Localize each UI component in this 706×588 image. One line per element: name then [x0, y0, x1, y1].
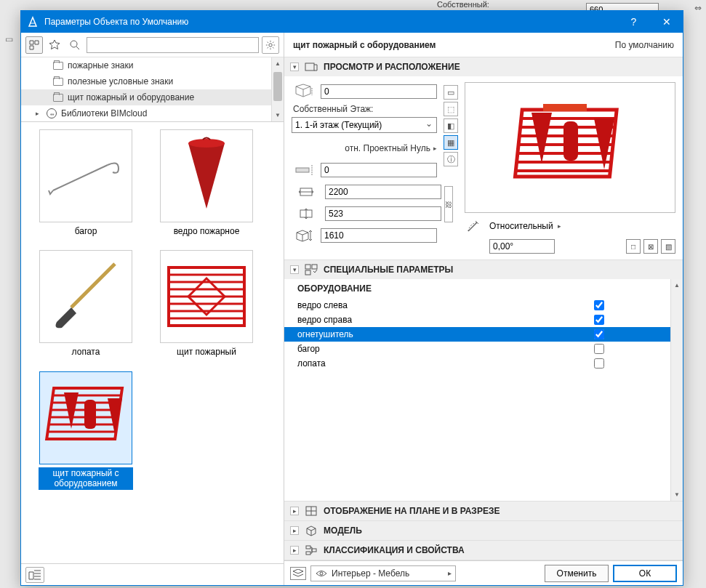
section-header-model[interactable]: ▸ МОДЕЛЬ	[284, 521, 683, 540]
gallery-item-selected[interactable]: щит пожарный с оборудованием	[39, 371, 133, 490]
section-header-preview[interactable]: ▾ ПРОСМОТР И РАСПОЛОЖЕНИЕ	[284, 57, 683, 76]
help-button[interactable]: ?	[617, 11, 650, 33]
tree-label: полезные условные знаки	[68, 76, 173, 86]
tree-scrollbar[interactable]: ▲ ▼	[271, 57, 284, 121]
gallery-label: лопата	[70, 346, 103, 358]
gallery-item[interactable]: ведро пожарное	[159, 129, 254, 237]
mirror-xy-button[interactable]: ▧	[661, 239, 675, 254]
scroll-down-icon[interactable]: ▼	[272, 109, 284, 121]
ok-button[interactable]: ОК	[613, 565, 677, 582]
dialog-title: Параметры Объекта по Умолчанию	[44, 17, 617, 27]
right-footer: Интерьер - Мебель Отменить ОК	[284, 560, 683, 585]
object-gallery: багор ведро пожарное лопата	[21, 122, 284, 563]
section-title: МОДЕЛЬ	[324, 525, 362, 536]
cancel-button[interactable]: Отменить	[545, 565, 609, 582]
svg-rect-39	[312, 549, 316, 552]
bg-corner-icon[interactable]: ⇔	[691, 1, 705, 15]
right-pane: щит пожарный с оборудованием По умолчани…	[284, 33, 683, 585]
equip-checkbox[interactable]	[594, 315, 604, 325]
search-input[interactable]	[87, 37, 259, 53]
search-button[interactable]	[66, 36, 84, 54]
section-title: ПРОСМОТР И РАСПОЛОЖЕНИЕ	[324, 62, 460, 72]
equip-table: ведро слева ведро справа огнетушитель	[284, 298, 683, 371]
equip-checkbox[interactable]	[594, 329, 604, 339]
equip-checkbox[interactable]	[594, 358, 604, 368]
browse-mode-button[interactable]	[25, 36, 43, 54]
left-pane: пожарные знаки полезные условные знаки щ…	[21, 33, 284, 585]
z-input[interactable]	[321, 84, 437, 99]
section-title: КЛАССИФИКАЦИЯ И СВОЙСТВА	[324, 545, 465, 555]
depth-input[interactable]	[325, 206, 441, 221]
library-tree: пожарные знаки полезные условные знаки щ…	[21, 57, 284, 122]
story-select[interactable]: 1. 1-й этаж (Текущий)	[292, 117, 437, 133]
library-manager-button[interactable]	[25, 567, 44, 583]
svg-rect-37	[306, 546, 310, 549]
equip-checkbox[interactable]	[594, 300, 604, 310]
svg-rect-18	[84, 400, 96, 429]
view-mode-top[interactable]: ▭	[444, 85, 458, 100]
tree-root[interactable]: ▸ ⏛ Библиотеки BIMcloud	[21, 105, 284, 121]
scroll-up-icon[interactable]: ▲	[671, 279, 683, 291]
equip-row-selected[interactable]: огнетушитель	[284, 327, 683, 342]
equip-row[interactable]: лопата	[284, 356, 683, 371]
view-mode-info[interactable]: ⓘ	[444, 152, 458, 166]
svg-point-1	[269, 43, 272, 46]
default-label: По умолчанию	[615, 40, 674, 50]
section-header-special[interactable]: ▾ СПЕЦИАЛЬНЫЕ ПАРАМЕТРЫ	[284, 260, 683, 279]
equip-row[interactable]: ведро справа	[284, 313, 683, 327]
preview-viewport[interactable]	[465, 82, 675, 213]
tree-item-selected[interactable]: щит пожарный и оборудование	[21, 89, 284, 105]
scroll-up-icon[interactable]: ▲	[272, 57, 284, 70]
angle-input[interactable]	[489, 239, 555, 254]
library-icon: ⏛	[47, 108, 57, 118]
settings-gear-button[interactable]	[262, 36, 279, 54]
view-mode-rendered[interactable]: ▦	[444, 135, 458, 150]
plan-section-icon	[305, 505, 318, 517]
tree-item[interactable]: пожарные знаки	[21, 57, 284, 73]
width-input[interactable]	[325, 185, 441, 199]
scroll-down-icon[interactable]: ▼	[671, 488, 683, 501]
layer-name: Интерьер - Мебель	[332, 568, 409, 579]
view-mode-front[interactable]: ⬚	[444, 102, 458, 116]
height-input[interactable]	[321, 228, 437, 243]
folder-icon	[53, 78, 63, 86]
section-plan: ▸ ОТОБРАЖЕНИЕ НА ПЛАНЕ И В РАЗРЕЗЕ	[284, 502, 683, 521]
gallery-label: багор	[73, 225, 100, 237]
gallery-item[interactable]: багор	[39, 129, 133, 237]
mirror-buttons: □ ⊠ ▧	[626, 239, 675, 254]
special-scrollbar[interactable]: ▲ ▼	[670, 279, 683, 501]
equip-name: лопата	[297, 358, 594, 368]
tree-root-label: Библиотеки BIMcloud	[61, 108, 147, 118]
chevron-right-icon: ▸	[36, 110, 39, 117]
thumb-lopata	[39, 250, 132, 343]
svg-rect-35	[305, 270, 310, 275]
relative-toggle[interactable]: ▸	[558, 222, 561, 230]
layer-selector[interactable]: Интерьер - Мебель	[310, 565, 456, 581]
mirror-none-button[interactable]: □	[626, 239, 641, 254]
view-mode-3d[interactable]: ◧	[444, 118, 458, 133]
bg-icon-1[interactable]: ▭	[1, 32, 16, 47]
equip-row[interactable]: ведро слева	[284, 298, 683, 313]
relative-label: Относительный	[489, 221, 553, 231]
section-header-class[interactable]: ▸ КЛАССИФИКАЦИЯ И СВОЙСТВА	[284, 541, 683, 560]
proj-zero-toggle[interactable]: ▸	[433, 145, 437, 152]
equip-row[interactable]: багор	[284, 342, 683, 356]
view-mode-column: ▭ ⬚ ◧ ▦ ⓘ	[443, 82, 459, 254]
gallery-item[interactable]: лопата	[39, 250, 133, 358]
favorites-button[interactable]	[46, 36, 63, 54]
close-button[interactable]: ✕	[650, 11, 683, 33]
tree-item[interactable]: полезные условные знаки	[21, 73, 284, 89]
z2-input[interactable]	[321, 163, 437, 177]
equip-checkbox[interactable]	[594, 344, 604, 354]
section-header-plan[interactable]: ▸ ОТОБРАЖЕНИЕ НА ПЛАНЕ И В РАЗРЕЗЕ	[284, 502, 683, 520]
layer-stack-icon[interactable]	[290, 567, 306, 580]
depth-icon	[292, 208, 321, 220]
gallery-item[interactable]: щит пожарный	[159, 250, 254, 358]
equip-name: багор	[297, 344, 594, 354]
equip-name: огнетушитель	[297, 329, 594, 339]
thumb-shield-equip	[39, 371, 132, 464]
equip-name: ведро справа	[297, 315, 594, 325]
tree-label: щит пожарный и оборудование	[68, 92, 194, 102]
scroll-thumb[interactable]	[273, 72, 282, 101]
mirror-x-button[interactable]: ⊠	[643, 239, 658, 254]
